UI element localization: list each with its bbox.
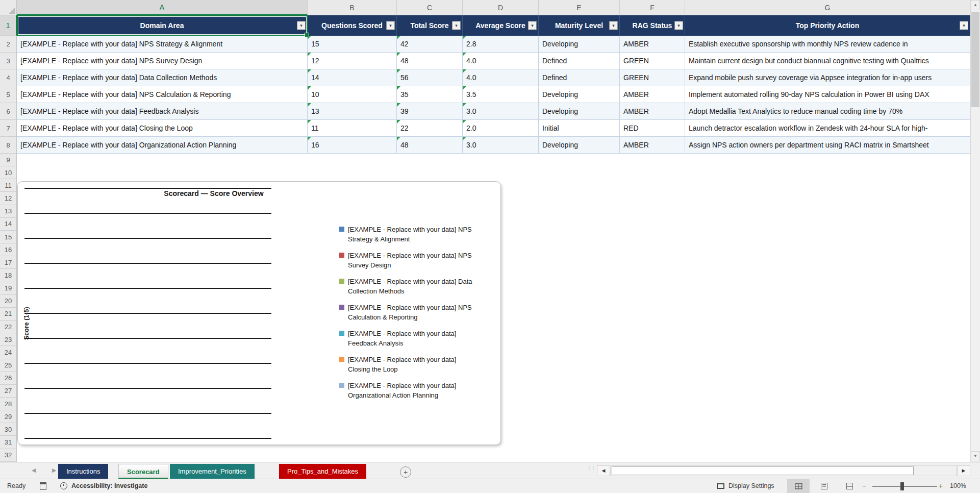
macro-record-icon[interactable] bbox=[40, 482, 46, 490]
row-header[interactable]: 4 bbox=[0, 69, 16, 86]
column-header-B[interactable]: B bbox=[308, 0, 397, 15]
cell-domain-area[interactable]: [EXAMPLE - Replace with your data] Closi… bbox=[17, 120, 308, 137]
cell-questions-scored[interactable]: 12 bbox=[308, 53, 397, 69]
cell-domain-area[interactable]: [EXAMPLE - Replace with your data] Organ… bbox=[17, 137, 308, 154]
cell-questions-scored[interactable]: 10 bbox=[308, 86, 397, 103]
cell-domain-area[interactable]: [EXAMPLE - Replace with your data] Data … bbox=[17, 69, 308, 86]
row-header[interactable]: 32 bbox=[0, 449, 16, 462]
header-cell-total-score[interactable]: Total Score ▾ bbox=[397, 15, 463, 36]
horizontal-scroll-thumb[interactable] bbox=[612, 466, 914, 475]
filter-dropdown-icon[interactable]: ▾ bbox=[960, 21, 968, 30]
header-cell-average-score[interactable]: Average Score ▾ bbox=[463, 15, 539, 36]
cell-questions-scored[interactable]: 16 bbox=[308, 137, 397, 154]
tab-scorecard[interactable]: Scorecard bbox=[118, 464, 168, 479]
row-header[interactable]: 23 bbox=[0, 333, 16, 346]
row-header[interactable]: 18 bbox=[0, 269, 16, 282]
cell-questions-scored[interactable]: 14 bbox=[308, 69, 397, 86]
filter-dropdown-icon[interactable]: ▾ bbox=[674, 21, 683, 30]
accessibility-status[interactable]: Accessibility: Investigate bbox=[71, 482, 147, 489]
vertical-scroll-thumb[interactable] bbox=[971, 12, 979, 107]
sheet-nav-right-icon[interactable]: ▶ bbox=[52, 467, 56, 474]
row-header[interactable]: 22 bbox=[0, 321, 16, 333]
row-header[interactable]: 29 bbox=[0, 410, 16, 423]
row-header[interactable]: 21 bbox=[0, 308, 16, 321]
cell-average-score[interactable]: 4.0 bbox=[463, 69, 539, 86]
filter-dropdown-icon[interactable]: ▾ bbox=[452, 21, 461, 30]
row-header[interactable]: 30 bbox=[0, 423, 16, 436]
row-header[interactable]: 2 bbox=[0, 36, 16, 53]
row-header[interactable]: 15 bbox=[0, 231, 16, 243]
cell-top-priority-action[interactable]: Assign NPS action owners per department … bbox=[685, 137, 970, 154]
row-header[interactable]: 5 bbox=[0, 86, 16, 103]
cell-average-score[interactable]: 4.0 bbox=[463, 53, 539, 69]
row-header[interactable]: 7 bbox=[0, 120, 16, 137]
zoom-slider[interactable] bbox=[872, 486, 937, 487]
cell-average-score[interactable]: 3.0 bbox=[463, 103, 539, 120]
cell-rag-status[interactable]: AMBER bbox=[620, 103, 685, 120]
cell-rag-status[interactable]: AMBER bbox=[620, 137, 685, 154]
row-header[interactable]: 16 bbox=[0, 243, 16, 256]
cell-rag-status[interactable]: RED bbox=[620, 120, 685, 137]
cell-top-priority-action[interactable]: Maintain current design but conduct bian… bbox=[685, 53, 970, 69]
row-header[interactable]: 14 bbox=[0, 218, 16, 231]
cell-top-priority-action[interactable]: Adopt Medallia Text Analytics to reduce … bbox=[685, 103, 970, 120]
cell-maturity-level[interactable]: Developing bbox=[539, 86, 620, 103]
header-cell-rag-status[interactable]: RAG Status ▾ bbox=[620, 15, 685, 36]
display-settings-button[interactable]: Display Settings bbox=[728, 482, 774, 489]
column-header-D[interactable]: D bbox=[463, 0, 539, 15]
cell-total-score[interactable]: 48 bbox=[397, 137, 463, 154]
cell-total-score[interactable]: 42 bbox=[397, 36, 463, 53]
row-header[interactable]: 20 bbox=[0, 295, 16, 308]
scroll-up-icon[interactable]: ▲ bbox=[971, 0, 980, 10]
header-cell-questions-scored[interactable]: Questions Scored ▾ bbox=[308, 15, 397, 36]
row-header[interactable]: 6 bbox=[0, 103, 16, 120]
cell-maturity-level[interactable]: Defined bbox=[539, 53, 620, 69]
tab-instructions[interactable]: Instructions bbox=[58, 464, 108, 479]
hscroll-left-icon[interactable]: ◀ bbox=[597, 465, 610, 476]
row-header[interactable]: 13 bbox=[0, 205, 16, 218]
cell-total-score[interactable]: 56 bbox=[397, 69, 463, 86]
header-cell-maturity-level[interactable]: Maturity Level ▾ bbox=[539, 15, 620, 36]
cell-questions-scored[interactable]: 13 bbox=[308, 103, 397, 120]
hscroll-right-icon[interactable]: ▶ bbox=[957, 465, 970, 476]
tab-scroll-grip[interactable]: ⋮⋮ bbox=[587, 466, 592, 476]
cell-maturity-level[interactable]: Developing bbox=[539, 137, 620, 154]
row-header[interactable]: 19 bbox=[0, 282, 16, 295]
row-header[interactable]: 8 bbox=[0, 137, 16, 154]
page-layout-view-button[interactable] bbox=[813, 479, 835, 493]
cell-average-score[interactable]: 2.0 bbox=[463, 120, 539, 137]
sheet-nav-left-icon[interactable]: ◀ bbox=[32, 467, 36, 474]
cell-domain-area[interactable]: [EXAMPLE - Replace with your data] Feedb… bbox=[17, 103, 308, 120]
cell-rag-status[interactable]: GREEN bbox=[620, 53, 685, 69]
cell-maturity-level[interactable]: Developing bbox=[539, 103, 620, 120]
cell-rag-status[interactable]: AMBER bbox=[620, 86, 685, 103]
row-header[interactable]: 3 bbox=[0, 53, 16, 69]
column-header-A[interactable]: A bbox=[17, 0, 308, 15]
row-header[interactable]: 10 bbox=[0, 166, 16, 179]
zoom-level[interactable]: 100% bbox=[948, 482, 966, 489]
cell-total-score[interactable]: 35 bbox=[397, 86, 463, 103]
cell-domain-area[interactable]: [EXAMPLE - Replace with your data] NPS C… bbox=[17, 86, 308, 103]
page-break-view-button[interactable] bbox=[838, 479, 861, 493]
select-all-corner[interactable] bbox=[0, 0, 17, 15]
normal-view-button[interactable] bbox=[787, 479, 810, 493]
cell-average-score[interactable]: 3.5 bbox=[463, 86, 539, 103]
zoom-out-button[interactable]: − bbox=[862, 482, 866, 490]
tab-improvement-priorities[interactable]: Improvement_Priorities bbox=[170, 464, 255, 479]
cell-questions-scored[interactable]: 15 bbox=[308, 36, 397, 53]
cell-top-priority-action[interactable]: Establish executive sponsorship with mon… bbox=[685, 36, 970, 53]
row-header[interactable]: 17 bbox=[0, 256, 16, 269]
row-header[interactable]: 12 bbox=[0, 192, 16, 205]
horizontal-scrollbar[interactable] bbox=[610, 465, 957, 476]
column-header-E[interactable]: E bbox=[539, 0, 620, 15]
row-header[interactable]: 11 bbox=[0, 179, 16, 192]
column-header-G[interactable]: G bbox=[685, 0, 970, 15]
row-header[interactable]: 25 bbox=[0, 359, 16, 372]
vertical-scrollbar[interactable]: ▲ ▼ bbox=[970, 0, 980, 462]
row-header[interactable]: 26 bbox=[0, 372, 16, 385]
row-header[interactable]: 28 bbox=[0, 398, 16, 410]
row-header[interactable]: 31 bbox=[0, 436, 16, 449]
header-cell-domain-area[interactable]: Domain Area ▾ bbox=[17, 15, 308, 36]
cell-maturity-level[interactable]: Initial bbox=[539, 120, 620, 137]
column-header-F[interactable]: F bbox=[620, 0, 685, 15]
